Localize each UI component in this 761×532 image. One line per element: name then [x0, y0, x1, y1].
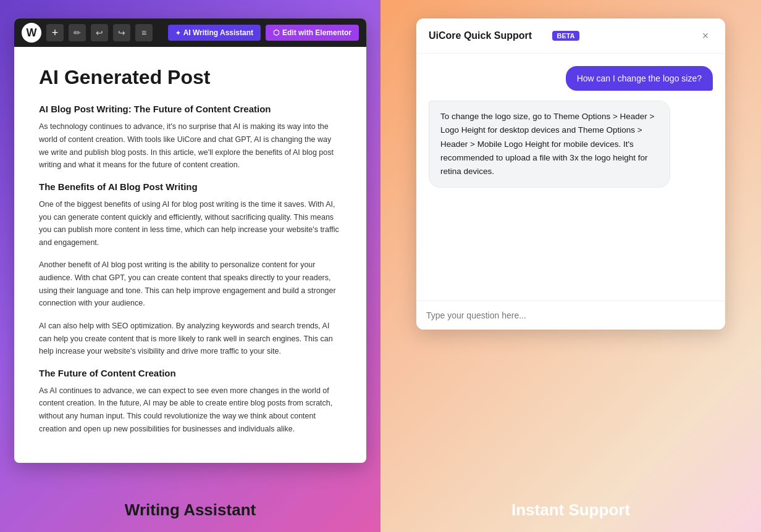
user-message-bubble: How can I change the logo size?	[566, 66, 713, 91]
chat-body: How can I change the logo size? To chang…	[416, 54, 725, 301]
section2-body2: Another benefit of AI blog post writing …	[39, 259, 342, 310]
ai-writing-btn-label: AI Writing Assistant	[183, 28, 253, 37]
chat-header: UiCore Quick Support BETA ×	[416, 19, 725, 54]
editor-window: W + ✏ ↩ ↪ ≡ ✦ AI Writing Assistant ⬡ Edi…	[14, 19, 366, 463]
section3-heading: The Future of Content Creation	[39, 368, 342, 378]
chat-input[interactable]	[426, 310, 715, 320]
redo-button[interactable]: ↪	[113, 24, 130, 41]
left-panel: W + ✏ ↩ ↪ ≡ ✦ AI Writing Assistant ⬡ Edi…	[0, 0, 380, 532]
ai-writing-assistant-button[interactable]: ✦ AI Writing Assistant	[168, 25, 261, 41]
chat-title: UiCore Quick Support	[429, 30, 547, 41]
left-panel-label: Writing Assistant	[0, 501, 380, 520]
sparkle-icon: ✦	[175, 30, 180, 36]
section1-body: As technology continues to advance, it's…	[39, 120, 342, 172]
edit-with-elementor-button[interactable]: ⬡ Edit with Elementor	[266, 25, 359, 41]
editor-content: AI Generated Post AI Blog Post Writing: …	[14, 47, 366, 463]
editor-toolbar: W + ✏ ↩ ↪ ≡ ✦ AI Writing Assistant ⬡ Edi…	[14, 19, 366, 47]
undo-button[interactable]: ↩	[91, 24, 108, 41]
chat-input-area[interactable]	[416, 301, 725, 330]
right-panel-label: Instant Support	[380, 501, 761, 520]
chat-window: UiCore Quick Support BETA × How can I ch…	[416, 19, 725, 330]
section2-body1: One of the biggest benefits of using AI …	[39, 198, 342, 249]
elementor-icon: ⬡	[273, 28, 279, 37]
section2-body3: AI can also help with SEO optimization. …	[39, 320, 342, 358]
section2-heading: The Benefits of AI Blog Post Writing	[39, 181, 342, 192]
pen-button[interactable]: ✏	[69, 24, 86, 41]
bot-message-bubble: To change the logo size, go to Theme Opt…	[429, 101, 670, 188]
section3-body: As AI continues to advance, we can expec…	[39, 384, 342, 436]
section1-heading: AI Blog Post Writing: The Future of Cont…	[39, 104, 342, 114]
close-button[interactable]: ×	[698, 28, 713, 43]
menu-button[interactable]: ≡	[135, 24, 153, 41]
wp-logo-icon: W	[22, 23, 41, 43]
add-block-button[interactable]: +	[46, 24, 64, 41]
post-title: AI Generated Post	[39, 65, 342, 89]
beta-badge: BETA	[552, 31, 579, 41]
right-panel: UiCore Quick Support BETA × How can I ch…	[380, 0, 761, 532]
elementor-btn-label: Edit with Elementor	[282, 28, 351, 37]
